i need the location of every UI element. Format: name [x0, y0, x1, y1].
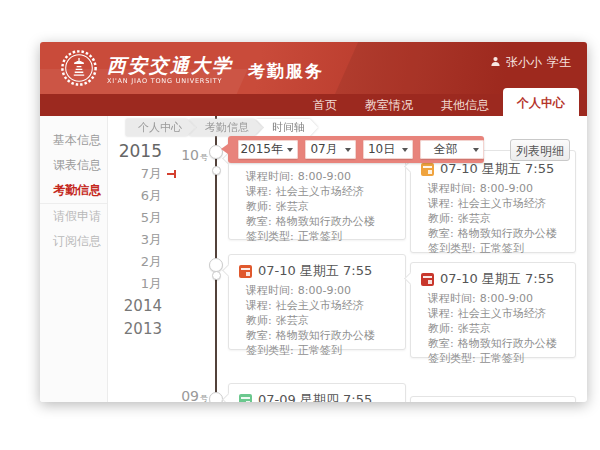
breadcrumb: 个人中心 考勤信息 时间轴 — [126, 119, 318, 136]
field-value: 格物致知行政办公楼 — [276, 215, 375, 228]
university-logo-icon — [60, 49, 98, 91]
month-label: 7月 — [141, 166, 162, 181]
field-label: 教室: — [246, 215, 272, 228]
user-account-menu[interactable]: 张小小 学生 — [490, 54, 571, 71]
card-date: 07-09 星期四 7:55 — [258, 391, 372, 402]
field-label: 教室: — [246, 329, 272, 342]
timeline-month-jun[interactable]: 6月 — [114, 185, 162, 207]
field-checkin-type: 签到类型:正常签到 — [421, 241, 565, 256]
user-role: 学生 — [547, 54, 571, 71]
field-checkin-type: 签到类型:正常签到 — [239, 229, 395, 244]
sidebar-item-leave-request[interactable]: 请假申请 — [40, 204, 107, 229]
field-label: 教师: — [246, 314, 272, 327]
field-label: 课程: — [428, 307, 454, 320]
field-value: 张芸京 — [276, 200, 309, 213]
nav-tab-personal-center[interactable]: 个人中心 — [503, 88, 579, 116]
user-name: 张小小 — [506, 54, 542, 71]
sidebar-item-attendance-info[interactable]: 考勤信息 — [40, 178, 107, 204]
timeline-month-jan[interactable]: 1月 — [114, 273, 162, 295]
field-value: 社会主义市场经济 — [458, 197, 546, 210]
breadcrumb-personal-center[interactable]: 个人中心 — [126, 119, 195, 136]
field-class-time: 课程时间:8:00-9:00 — [239, 169, 395, 184]
date-filter-bar: 2015年 07月 10日 全部 — [228, 136, 484, 163]
month-select[interactable]: 07月 — [305, 140, 356, 159]
nav-tab-other-info[interactable]: 其他信息 — [427, 94, 503, 116]
field-label: 签到类型: — [428, 352, 476, 365]
timeline-month-feb[interactable]: 2月 — [114, 251, 162, 273]
breadcrumb-timeline[interactable]: 时间轴 — [256, 119, 318, 136]
field-value: 正常签到 — [480, 352, 524, 365]
university-name: 西安交通大学 XI'AN JIAO TONG UNIVERSITY — [107, 56, 233, 85]
day-number: 09 — [181, 388, 199, 402]
calendar-icon — [421, 163, 434, 176]
card-header: 07-09 星期四 7:55 — [239, 392, 395, 402]
field-value: 8:00-9:00 — [480, 182, 533, 195]
attendance-card: 07-09 星期四 7:55 — [228, 383, 406, 402]
field-teacher: 教师:张芸京 — [421, 211, 565, 226]
field-label: 教师: — [246, 200, 272, 213]
timeline-node-large — [209, 392, 223, 402]
field-label: 签到类型: — [246, 230, 294, 243]
field-value: 社会主义市场经济 — [276, 299, 364, 312]
year-select[interactable]: 2015年 — [238, 140, 298, 159]
field-class-time: 课程时间:8:00-9:00 — [421, 181, 565, 196]
field-teacher: 教师:张芸京 — [239, 199, 395, 214]
field-value: 社会主义市场经济 — [276, 185, 364, 198]
field-label: 课程时间: — [428, 182, 476, 195]
day-select[interactable]: 10日 — [363, 140, 414, 159]
timeline-node-small — [212, 271, 221, 280]
sidebar-item-schedule-info[interactable]: 课表信息 — [40, 153, 107, 178]
sidebar-item-subscription-info[interactable]: 订阅信息 — [40, 229, 107, 254]
attendance-card: 07-10 星期五 7:55 课程时间:8:00-9:00 课程:社会主义市场经… — [410, 150, 576, 253]
day-number: 10 — [181, 147, 199, 163]
field-value: 张芸京 — [458, 212, 491, 225]
nav-tab-home[interactable]: 首页 — [299, 94, 351, 116]
field-label: 课程: — [428, 197, 454, 210]
timeline-year-2013[interactable]: 2013 — [114, 318, 162, 341]
card-header: 07-10 星期五 7:55 — [421, 161, 565, 177]
card-date: 07-10 星期五 7:55 — [258, 262, 372, 280]
field-value: 格物致知行政办公楼 — [458, 337, 557, 350]
card-header: 07-10 星期五 7:55 — [239, 263, 395, 279]
timeline-year-current[interactable]: 2015 — [114, 139, 162, 163]
brand-block: 西安交通大学 XI'AN JIAO TONG UNIVERSITY 考勤服务 — [60, 49, 324, 91]
university-name-en: XI'AN JIAO TONG UNIVERSITY — [107, 78, 233, 85]
field-class-time: 课程时间:8:00-9:00 — [239, 283, 395, 298]
university-name-cn: 西安交通大学 — [107, 56, 233, 75]
field-value: 张芸京 — [276, 314, 309, 327]
field-value: 8:00-9:00 — [480, 292, 533, 305]
nav-tab-classrooms[interactable]: 教室情况 — [351, 94, 427, 116]
calendar-icon — [239, 394, 252, 403]
day-suffix: 号 — [200, 394, 208, 402]
sidebar-item-basic-info[interactable]: 基本信息 — [40, 128, 107, 153]
field-classroom: 教室:格物致知行政办公楼 — [239, 214, 395, 229]
field-label: 教师: — [428, 322, 454, 335]
field-value: 格物致知行政办公楼 — [276, 329, 375, 342]
attendance-card: 07-10 星期五 7:55 课程时间:8:00-9:00 课程:社会主义市场经… — [410, 262, 576, 358]
field-label: 教室: — [428, 227, 454, 240]
timeline-year-2014[interactable]: 2014 — [114, 295, 162, 318]
field-teacher: 教师:张芸京 — [421, 321, 565, 336]
field-checkin-type: 签到类型:正常签到 — [421, 351, 565, 366]
page-title: 考勤服务 — [248, 60, 324, 83]
field-course: 课程:社会主义市场经济 — [421, 306, 565, 321]
field-value: 正常签到 — [298, 230, 342, 243]
timeline-month-may[interactable]: 5月 — [114, 207, 162, 229]
list-detail-button[interactable]: 列表明细 — [510, 139, 570, 161]
timeline-month-jul[interactable]: 7月 — [114, 163, 162, 185]
scope-select[interactable]: 全部 — [420, 140, 484, 159]
breadcrumb-attendance-info[interactable]: 考勤信息 — [189, 119, 262, 136]
field-label: 课程: — [246, 185, 272, 198]
field-class-time: 课程时间:8:00-9:00 — [421, 291, 565, 306]
calendar-icon — [239, 265, 252, 278]
sidebar: 基本信息 课表信息 考勤信息 请假申请 订阅信息 — [40, 116, 108, 402]
field-value: 张芸京 — [458, 322, 491, 335]
nav-items: 首页 教室情况 其他信息 个人中心 — [299, 88, 579, 116]
timeline-month-mar[interactable]: 3月 — [114, 229, 162, 251]
timeline-day-label-09: 09号 — [158, 386, 208, 402]
timeline-node-small — [212, 166, 221, 175]
field-label: 课程时间: — [246, 284, 294, 297]
field-label: 课程时间: — [246, 170, 294, 183]
field-course: 课程:社会主义市场经济 — [239, 184, 395, 199]
field-value: 正常签到 — [298, 344, 342, 357]
